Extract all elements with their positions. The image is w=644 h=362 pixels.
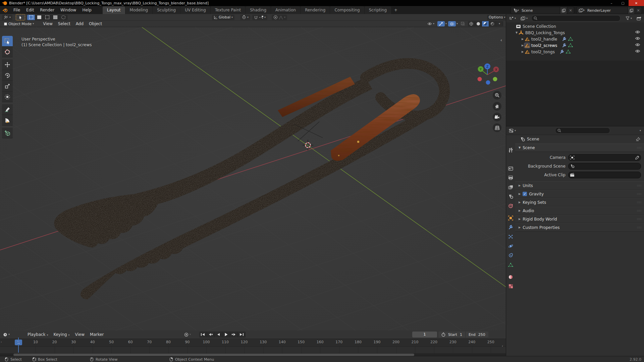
viewport-menu-add[interactable]: Add: [73, 21, 86, 26]
modifier-wrench-icon[interactable]: [562, 43, 567, 48]
shading-material-preview[interactable]: [482, 21, 489, 26]
tool-cursor[interactable]: [2, 47, 13, 57]
outliner-item-label[interactable]: tool2_handle: [531, 37, 557, 42]
close-button[interactable]: ✕: [629, 0, 644, 6]
disclosure-closed-icon[interactable]: ▶: [521, 38, 524, 41]
view-layer-name[interactable]: RenderLayer: [585, 8, 628, 13]
auto-keying-toggle[interactable]: ▾: [182, 332, 193, 337]
properties-tab-output[interactable]: [506, 173, 515, 182]
shading-dropdown[interactable]: ▾: [496, 21, 503, 26]
timeline-editor-type-button[interactable]: ▾: [1, 332, 11, 337]
tool-measure[interactable]: [2, 115, 13, 126]
mesh-data-icon[interactable]: [566, 50, 571, 54]
gravity-checkbox[interactable]: ✓: [523, 192, 527, 196]
outliner-row-tool2-screws[interactable]: ▶tool2_screws: [506, 42, 644, 49]
properties-tab-view-layer[interactable]: [506, 183, 515, 191]
active-clip-field[interactable]: [568, 172, 641, 178]
panel-grip-icon[interactable]: ∷∷: [637, 192, 642, 196]
camera-view-button[interactable]: [493, 113, 501, 121]
scene-selector[interactable]: ▾ Scene ✕: [511, 7, 574, 14]
gizmos-dropdown-chevron[interactable]: ▾: [445, 22, 447, 25]
play-button[interactable]: [222, 331, 230, 338]
panel-grip-icon[interactable]: ∷∷: [637, 218, 642, 221]
viewport-3d[interactable]: User Perspective (1) Scene Collection | …: [0, 27, 506, 330]
tool-annotate[interactable]: [2, 104, 13, 115]
eyedropper-icon[interactable]: [635, 156, 639, 160]
shading-rendered[interactable]: [489, 21, 496, 26]
tab-+[interactable]: +: [391, 6, 400, 14]
viewport-menu-select[interactable]: Select: [55, 21, 73, 26]
disclosure-closed-icon[interactable]: ▶: [521, 44, 524, 47]
mesh-data-icon[interactable]: [568, 43, 573, 48]
panel-grip-icon[interactable]: ∷∷: [637, 201, 642, 204]
eye-icon[interactable]: [635, 30, 640, 34]
start-frame-field[interactable]: Start 1: [438, 331, 466, 338]
maximize-button[interactable]: ▢: [617, 0, 629, 6]
scrollbar-thumb[interactable]: [13, 354, 414, 356]
eye-icon[interactable]: [635, 37, 640, 40]
camera-field[interactable]: [568, 154, 641, 161]
panel-rigid-body-world[interactable]: ▶Rigid Body World∷∷: [515, 215, 644, 223]
outliner-row-tool2-tongs[interactable]: ▶tool2_tongs: [506, 49, 644, 55]
background-scene-field[interactable]: [568, 163, 641, 170]
properties-tab-data[interactable]: [506, 260, 515, 269]
tab-animation[interactable]: Animation: [271, 6, 300, 14]
properties-tab-physics[interactable]: [506, 242, 515, 250]
tool-add-cube[interactable]: [2, 128, 13, 138]
properties-tab-material[interactable]: [506, 273, 515, 281]
end-frame-field[interactable]: End 250: [466, 331, 488, 338]
tab-texture-paint[interactable]: Texture Paint: [211, 6, 245, 14]
new-view-layer-button[interactable]: [628, 7, 635, 14]
outliner-item-label[interactable]: Scene Collection: [523, 24, 556, 29]
outliner-editor-type-button[interactable]: ▾: [507, 16, 518, 21]
overlays-dropdown-chevron[interactable]: ▾: [457, 22, 458, 25]
panel-scene-header[interactable]: ▼ Scene ∷∷: [515, 143, 644, 152]
outliner-row-bbq-locking-tongs[interactable]: ▼BBQ_Locking_Tongs: [506, 29, 644, 36]
tab-compositing[interactable]: Compositing: [330, 6, 364, 14]
prev-keyframe-button[interactable]: [207, 331, 215, 338]
panel-keying-sets[interactable]: ▶Keying Sets∷∷: [515, 198, 644, 206]
select-mode-intersect[interactable]: [59, 15, 67, 20]
properties-search-input[interactable]: [555, 127, 610, 134]
transform-orientation-dropdown[interactable]: Global ▾: [212, 15, 234, 20]
remove-view-layer-button[interactable]: ✕: [635, 7, 642, 14]
outliner-item-label[interactable]: BBQ_Locking_Tongs: [525, 31, 565, 35]
tab-sculpting[interactable]: Sculpting: [153, 6, 180, 14]
tool-move[interactable]: [2, 59, 13, 70]
timeline-ruler[interactable]: › 10203040506070809010011012013014015016…: [0, 339, 506, 347]
viewport-menu-object[interactable]: Object: [86, 21, 105, 26]
options-dropdown[interactable]: Options ▾: [487, 15, 507, 20]
jump-to-start-button[interactable]: [199, 331, 207, 338]
disclosure-closed-icon[interactable]: ▶: [521, 50, 524, 53]
tool-transform[interactable]: [2, 92, 13, 102]
select-mode-extend[interactable]: [43, 15, 51, 20]
mesh-data-icon[interactable]: [568, 37, 573, 41]
panel-audio[interactable]: ▶Audio∷∷: [515, 206, 644, 215]
panel-grip-icon[interactable]: ∷∷: [637, 184, 642, 187]
jump-to-end-button[interactable]: [238, 331, 246, 338]
outliner-search-input[interactable]: [531, 15, 621, 21]
zoom-button[interactable]: [493, 91, 501, 100]
editor-type-button[interactable]: ▾: [2, 15, 12, 20]
menu-edit[interactable]: Edit: [23, 6, 37, 14]
pivot-point-dropdown[interactable]: ▾: [240, 15, 250, 20]
select-mode-tweak[interactable]: [27, 15, 35, 20]
tool-scale[interactable]: [2, 81, 13, 92]
overlays-toggle[interactable]: [448, 21, 456, 26]
mode-selector[interactable]: Object Mode ▾: [2, 21, 36, 26]
shading-wireframe[interactable]: [468, 21, 475, 26]
play-reverse-button[interactable]: [215, 331, 222, 338]
panel-grip-icon[interactable]: ∷∷: [637, 209, 642, 213]
select-mode-box[interactable]: [35, 15, 43, 20]
properties-editor-type-button[interactable]: ▾: [507, 128, 518, 133]
gizmos-toggle[interactable]: [437, 21, 445, 26]
viewport-menu-view[interactable]: View: [40, 21, 55, 26]
tab-rendering[interactable]: Rendering: [301, 6, 330, 14]
select-mode-subtract[interactable]: [51, 15, 59, 20]
current-frame-field[interactable]: 1: [412, 331, 437, 338]
properties-options-chevron[interactable]: ▾: [640, 129, 641, 132]
panel-custom-properties[interactable]: ▶Custom Properties∷∷: [515, 223, 644, 232]
visibility-dropdown[interactable]: ▾: [426, 21, 436, 26]
timeline-menu-keying[interactable]: Keying ▾: [51, 332, 72, 337]
timeline-menu-playback[interactable]: Playback ▾: [25, 332, 51, 337]
